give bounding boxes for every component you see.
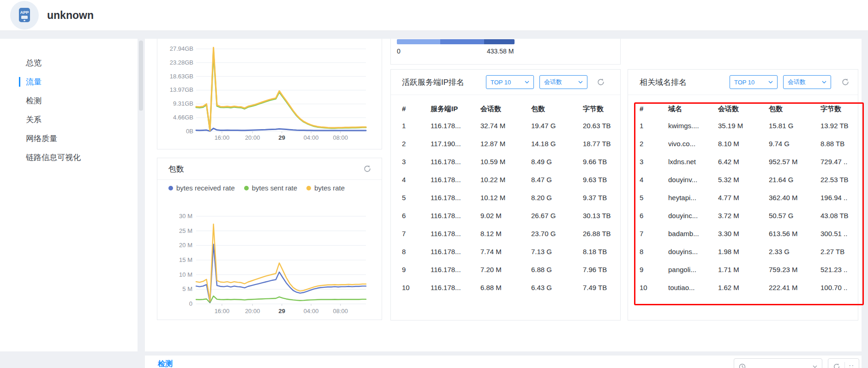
sidebar-item[interactable]: 关系 bbox=[0, 110, 138, 129]
table-row: 7116.178...8.12 M23.70 G26.88 TB bbox=[391, 225, 620, 243]
table-cell: 7.96 TB bbox=[583, 261, 620, 279]
table-cell: 8 bbox=[640, 243, 668, 261]
x-axis-label: 29 bbox=[268, 308, 296, 315]
table-cell: 10 bbox=[402, 279, 431, 297]
ip-top-select[interactable]: TOP 10 bbox=[486, 75, 534, 89]
table-row: 8douyins...1.98 M2.33 G2.27 TB bbox=[628, 243, 858, 261]
table-cell: 729.47 .. bbox=[820, 153, 858, 171]
table-cell: 116.178... bbox=[431, 189, 480, 207]
table-cell: 6 bbox=[402, 207, 431, 225]
clock-icon bbox=[739, 363, 746, 368]
sidebar-item-label: 检测 bbox=[26, 96, 42, 105]
y-axis-label: 18.63GB bbox=[161, 73, 193, 80]
table-cell: 8 bbox=[402, 243, 431, 261]
detection-link[interactable]: 检测 bbox=[158, 359, 173, 368]
sidebar-item-label: 网络质量 bbox=[26, 134, 57, 143]
ip-metric-select[interactable]: 会话数 bbox=[539, 75, 587, 89]
table-cell: toutiao... bbox=[668, 279, 718, 297]
refresh-icon[interactable] bbox=[841, 78, 850, 86]
legend-item[interactable]: bytes sent rate bbox=[244, 184, 297, 192]
table-cell: 23.70 G bbox=[531, 225, 583, 243]
table-row: 4116.178...10.22 M8.47 G9.63 TB bbox=[391, 171, 620, 189]
y-axis-label: 23.28GB bbox=[161, 59, 193, 66]
domain-table-header: #域名会话数包数字节数 bbox=[628, 102, 858, 116]
domain-ranking-card: 相关域名排名 TOP 10 会话数 #域名会话数包数字节数 1kwimgs...… bbox=[628, 69, 858, 321]
table-cell: 8.12 M bbox=[480, 225, 531, 243]
table-cell: 9.63 TB bbox=[583, 171, 620, 189]
scrollbar-thumb[interactable] bbox=[139, 41, 143, 111]
table-cell: 12.87 M bbox=[480, 135, 531, 153]
refresh-toolbar[interactable]: ∷ bbox=[828, 358, 859, 368]
table-row: 3116.178...10.59 M8.49 G9.66 TB bbox=[391, 153, 620, 171]
app-window: APP unknown 总览流量检测关系网络质量链路信息可视化 27.94GB2… bbox=[0, 0, 868, 368]
ip-top-select-value: TOP 10 bbox=[491, 79, 511, 86]
refresh-icon[interactable] bbox=[597, 78, 605, 86]
sidebar-item[interactable]: 网络质量 bbox=[0, 129, 138, 148]
domain-metric-select[interactable]: 会话数 bbox=[783, 75, 831, 89]
table-cell: 9.74 G bbox=[769, 135, 820, 153]
table-row: 10toutiao...1.62 M222.41 M100.70 .. bbox=[628, 279, 858, 297]
x-axis-label: 04:00 bbox=[297, 308, 325, 315]
table-cell: 2 bbox=[402, 135, 431, 153]
table-cell: 1.71 M bbox=[718, 261, 769, 279]
legend-label: bytes received rate bbox=[176, 184, 235, 192]
app-header: APP unknown bbox=[0, 0, 868, 30]
table-cell: 116.178... bbox=[431, 207, 480, 225]
domain-top-select[interactable]: TOP 10 bbox=[730, 75, 778, 89]
table-cell: 4.77 M bbox=[718, 189, 769, 207]
sidebar-item[interactable]: 检测 bbox=[0, 91, 138, 110]
legend-item[interactable]: bytes received rate bbox=[168, 184, 235, 192]
table-cell: 1.62 M bbox=[718, 279, 769, 297]
table-cell: 7.13 G bbox=[531, 243, 583, 261]
table-cell: 5 bbox=[402, 189, 431, 207]
app-logo-icon: APP bbox=[18, 7, 31, 23]
legend-item[interactable]: bytes rate bbox=[306, 184, 345, 192]
refresh-icon[interactable] bbox=[363, 165, 371, 173]
legend-dot bbox=[244, 186, 249, 190]
time-range-select[interactable] bbox=[734, 358, 822, 368]
ip-table-header: #服务端IP会话数包数字节数 bbox=[391, 102, 620, 116]
y-axis-label: 0 bbox=[160, 300, 192, 308]
x-axis-label: 04:00 bbox=[297, 134, 325, 142]
y-axis-label: 0B bbox=[161, 128, 193, 135]
sidebar-item-label: 流量 bbox=[26, 77, 42, 86]
table-cell: 8.18 TB bbox=[583, 243, 620, 261]
table-cell: 6.88 M bbox=[480, 279, 531, 297]
table-row: 2117.190...12.87 M14.18 G18.77 TB bbox=[391, 135, 620, 153]
ip-metric-select-value: 会话数 bbox=[544, 78, 562, 86]
column-header: # bbox=[402, 102, 431, 116]
domain-card-title: 相关域名排名 bbox=[640, 77, 687, 88]
table-cell: 8.47 G bbox=[531, 171, 583, 189]
table-cell: 116.178... bbox=[431, 171, 480, 189]
table-row: 6116.178...9.02 M26.67 G30.13 TB bbox=[391, 207, 620, 225]
table-cell: 117.190... bbox=[431, 135, 480, 153]
ip-card-header: 活跃服务端IP排名 TOP 10 会话数 bbox=[391, 70, 620, 95]
progress-bar bbox=[397, 39, 515, 44]
ip-ranking-card: 活跃服务端IP排名 TOP 10 会话数 #服务端IP会话数包数字节数 1116… bbox=[390, 69, 621, 321]
x-axis-label: 16:00 bbox=[208, 308, 236, 315]
table-cell: 4 bbox=[402, 171, 431, 189]
sidebar-item[interactable]: 流量 bbox=[0, 72, 138, 91]
progress-card: 0 433.58 M bbox=[390, 39, 621, 65]
table-row: 4douyinv...5.32 M21.64 G22.53 TB bbox=[628, 171, 858, 189]
legend-label: bytes rate bbox=[314, 184, 345, 192]
table-cell: 1 bbox=[640, 117, 668, 135]
legend-dot bbox=[168, 186, 173, 190]
x-axis-label: 16:00 bbox=[208, 134, 236, 142]
table-row: 5heytapi...4.77 M362.40 M196.94 .. bbox=[628, 189, 858, 207]
x-axis-label: 08:00 bbox=[327, 134, 354, 142]
table-row: 9116.178...7.20 M6.88 G7.96 TB bbox=[391, 261, 620, 279]
y-axis-label: 20 M bbox=[160, 242, 192, 249]
domain-top-select-value: TOP 10 bbox=[734, 79, 754, 86]
table-cell: 300.51 .. bbox=[820, 225, 858, 243]
table-cell: 7.20 M bbox=[480, 261, 531, 279]
column-header: # bbox=[640, 102, 668, 116]
table-cell: douyins... bbox=[668, 243, 718, 261]
table-row: 9pangoli...1.71 M759.23 M521.23 .. bbox=[628, 261, 858, 279]
table-row: 5116.178...10.12 M8.20 G9.37 TB bbox=[391, 189, 620, 207]
table-cell: 18.77 TB bbox=[583, 135, 620, 153]
domain-table-body: 1kwimgs....35.19 M15.81 G13.92 TB2vivo.c… bbox=[628, 117, 858, 297]
column-header: 字节数 bbox=[820, 102, 858, 116]
sidebar-item[interactable]: 链路信息可视化 bbox=[0, 148, 138, 167]
sidebar-item[interactable]: 总览 bbox=[0, 53, 138, 72]
